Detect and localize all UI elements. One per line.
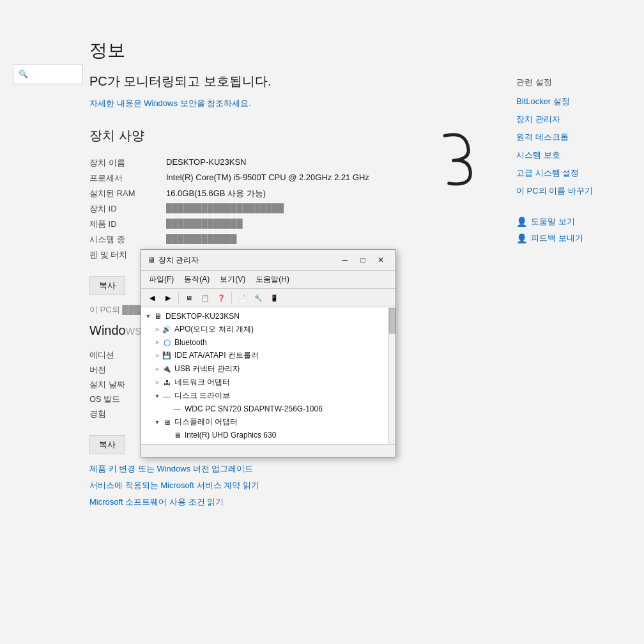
tree-label-display: 디스플레이 어댑터 — [174, 417, 238, 427]
window-menubar: 파일(F) 동작(A) 보기(V) 도움말(H) — [141, 271, 395, 289]
tree-icon-intel-uhd: 🖥 — [172, 430, 182, 440]
toolbar-btn-2[interactable]: 📋 — [198, 291, 212, 305]
device-manager-link[interactable]: 장치 관리자 — [516, 114, 625, 125]
tree-icon-bluetooth: ⬡ — [162, 337, 172, 348]
tree-label-root: DESKTOP-KU23KSN — [165, 312, 240, 321]
right-panel: 관련 설정 BitLocker 설정 장치 관리자 원격 데스크톱 시스템 보호… — [516, 26, 644, 618]
search-bar[interactable]: 🔍 — [13, 64, 83, 84]
device-name-value: DESKTOP-KU23KSN — [166, 157, 246, 169]
menu-file[interactable]: 파일(F) — [144, 272, 179, 287]
minimize-button[interactable]: ─ — [337, 254, 353, 266]
tree-icon-disk: — — [162, 391, 172, 401]
tree-toggle-disk: ▼ — [153, 392, 162, 401]
related-settings-title: 관련 설정 — [516, 77, 625, 88]
device-manager-title-icon: 🖥 — [148, 256, 155, 264]
tree-item-disk[interactable]: ▼ — 디스크 드라이브 — [141, 389, 395, 402]
ram-value: 16.0GB(15.6GB 사용 가능) — [166, 188, 266, 199]
help-icon: 👤 — [516, 217, 527, 227]
tree-toggle-intel-uhd — [163, 431, 172, 440]
device-name-row: 장치 이름 DESKTOP-KU23KSN — [89, 157, 491, 169]
toolbar-btn-3[interactable]: ❓ — [214, 291, 228, 305]
product-id-label: 제품 ID — [89, 218, 166, 230]
maximize-button[interactable]: □ — [355, 254, 371, 266]
device-tree: ▼ 🖥 DESKTOP-KU23KSN > 🔊 APO(오디오 처리 개체) >… — [141, 307, 395, 444]
toolbar-btn-6[interactable]: 📱 — [267, 291, 281, 305]
tree-icon-display: 🖥 — [162, 417, 172, 427]
processor-row: 프로세서 Intel(R) Core(TM) i5-9500T CPU @ 2.… — [89, 172, 491, 184]
tree-label-intel-uhd: Intel(R) UHD Graphics 630 — [185, 431, 276, 440]
device-info-table: 장치 이름 DESKTOP-KU23KSN 프로세서 Intel(R) Core… — [89, 157, 491, 261]
device-id-label: 장치 ID — [89, 203, 166, 215]
system-type-row: 시스템 종 ████████████ — [89, 234, 491, 245]
processor-label: 프로세서 — [89, 172, 166, 184]
window-controls: ─ □ ✕ — [337, 254, 389, 266]
processor-value: Intel(R) Core(TM) i5-9500T CPU @ 2.20GHz… — [166, 172, 369, 184]
window-statusbar — [141, 444, 395, 457]
menu-view[interactable]: 보기(V) — [215, 272, 250, 287]
device-name-label: 장치 이름 — [89, 157, 166, 169]
tree-item-wdc[interactable]: — WDC PC SN720 SDAPNTW-256G-1006 — [141, 402, 395, 415]
windows-security-link[interactable]: 자세한 내용은 Windows 보안을 참조하세요. — [89, 98, 491, 109]
page-title: 정보 — [89, 38, 491, 63]
tree-icon-ide: 💾 — [162, 351, 172, 361]
toolbar-separator-2 — [231, 292, 232, 303]
feedback-row: 👤 피드백 보내기 — [516, 233, 625, 244]
device-manager-window: 🖥 장치 관리자 ─ □ ✕ 파일(F) 동작(A) 보기(V) 도움말(H) … — [141, 249, 396, 457]
feedback-link[interactable]: 피드백 보내기 — [531, 233, 583, 244]
toolbar-btn-4[interactable]: 📄 — [235, 291, 249, 305]
rename-pc-link[interactable]: 이 PC의 이름 바꾸기 — [516, 185, 625, 197]
tree-label-wdc: WDC PC SN720 SDAPNTW-256G-1006 — [185, 404, 323, 413]
product-key-link[interactable]: 제품 키 변경 또는 Windows 버전 업그레이드 — [89, 463, 491, 475]
tree-icon-wdc: — — [172, 404, 182, 414]
advanced-system-link[interactable]: 고급 시스템 설정 — [516, 167, 625, 179]
vertical-scrollbar[interactable] — [388, 307, 395, 444]
device-section-title: 장치 사양 — [89, 127, 491, 144]
toolbar-btn-5[interactable]: 🔧 — [251, 291, 265, 305]
toolbar-back-button[interactable]: ◀ — [145, 291, 159, 305]
system-protection-link[interactable]: 시스템 보호 — [516, 150, 625, 161]
tree-label-ide: IDE ATA/ATAPI 컨트롤러 — [174, 350, 259, 361]
menu-action[interactable]: 동작(A) — [179, 272, 215, 287]
scrollbar-thumb — [389, 308, 395, 334]
help-row: 👤 도움말 보기 — [516, 216, 625, 227]
remote-desktop-link[interactable]: 원격 데스크톱 — [516, 132, 625, 143]
tree-label-usb: USB 커넥터 관리자 — [174, 364, 240, 374]
tree-item-bluetooth[interactable]: > ⬡ Bluetooth — [141, 336, 395, 349]
microsoft-software-link[interactable]: Microsoft 소프트웨어 사용 조건 읽기 — [89, 496, 491, 508]
bitlocker-link[interactable]: BitLocker 설정 — [516, 96, 625, 107]
ram-label: 설치된 RAM — [89, 188, 166, 199]
menu-help[interactable]: 도움말(H) — [250, 272, 295, 287]
toolbar-forward-button[interactable]: ▶ — [161, 291, 175, 305]
toolbar-btn-1[interactable]: 🖥 — [182, 291, 196, 305]
product-id-row: 제품 ID █████████████ — [89, 218, 491, 230]
tree-root[interactable]: ▼ 🖥 DESKTOP-KU23KSN — [141, 310, 395, 323]
tree-item-apo[interactable]: > 🔊 APO(오디오 처리 개체) — [141, 323, 395, 336]
window-toolbar: ◀ ▶ 🖥 📋 ❓ 📄 🔧 📱 — [141, 289, 395, 307]
tree-icon-network: 🖧 — [162, 378, 172, 388]
tree-icon-apo: 🔊 — [162, 325, 172, 335]
close-button[interactable]: ✕ — [372, 254, 389, 266]
copy-windows-button[interactable]: 복사 — [89, 435, 125, 454]
help-link[interactable]: 도움말 보기 — [531, 216, 575, 227]
tree-item-network[interactable]: > 🖧 네트워크 어댑터 — [141, 376, 395, 389]
tree-item-intel-uhd[interactable]: 🖥 Intel(R) UHD Graphics 630 — [141, 429, 395, 441]
tree-label-apo: APO(오디오 처리 개체) — [174, 324, 254, 335]
feedback-icon: 👤 — [516, 233, 527, 243]
protection-status: PC가 모니터링되고 보호됩니다. — [89, 73, 491, 90]
search-icon: 🔍 — [19, 70, 28, 79]
tree-toggle-ide: > — [153, 351, 162, 360]
tree-icon-usb: 🔌 — [162, 364, 172, 374]
copy-device-button[interactable]: 복사 — [89, 276, 125, 295]
tree-toggle-bluetooth: > — [153, 338, 162, 347]
tree-label-network: 네트워크 어댑터 — [174, 377, 230, 388]
tree-toggle-root: ▼ — [144, 312, 153, 321]
tree-item-usb[interactable]: > 🔌 USB 커넥터 관리자 — [141, 362, 395, 376]
search-input[interactable] — [31, 70, 77, 79]
window-title-area: 🖥 장치 관리자 — [148, 255, 199, 266]
tree-item-display[interactable]: ▼ 🖥 디스플레이 어댑터 — [141, 415, 395, 429]
device-id-value: ████████████████████ — [166, 203, 284, 215]
tree-toggle-usb: > — [153, 365, 162, 374]
tree-item-ide[interactable]: > 💾 IDE ATA/ATAPI 컨트롤러 — [141, 349, 395, 362]
microsoft-service-link[interactable]: 서비스에 적용되는 Microsoft 서비스 계약 읽기 — [89, 480, 491, 491]
tree-label-bluetooth: Bluetooth — [174, 338, 207, 347]
